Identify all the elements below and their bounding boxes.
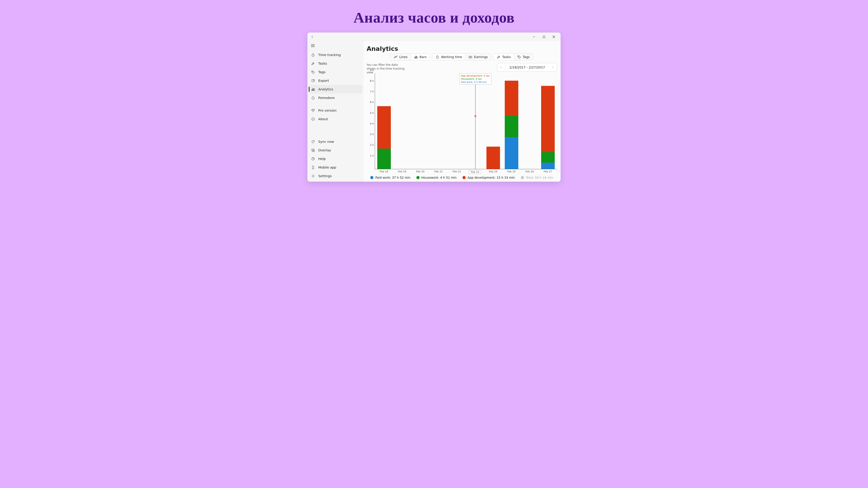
sidebar-item-time-tracking[interactable]: Time tracking: [309, 51, 362, 59]
svg-rect-28: [469, 56, 472, 58]
sidebar-item-overlay[interactable]: Overlay: [309, 146, 362, 155]
chart-column[interactable]: [539, 73, 557, 169]
svg-rect-12: [314, 89, 314, 91]
chart-column[interactable]: App development: 0 secHousework: 0 secPa…: [466, 73, 485, 169]
svg-rect-10: [312, 89, 312, 91]
wrench-icon: [311, 61, 315, 66]
info-icon: [311, 117, 315, 121]
ytick: 9 h: [370, 69, 374, 72]
sidebar-item-label: Settings: [318, 174, 332, 178]
main-panel: Analytics Lines Bars: [364, 41, 561, 182]
sidebar-item-label: Mobile app: [318, 166, 336, 169]
swatch-paid: [370, 176, 373, 179]
chart-yaxis: 1 h2 h3 h4 h5 h6 h7 h8 h9 h: [367, 73, 375, 169]
gear-icon: [311, 174, 315, 178]
svg-rect-16: [313, 150, 314, 152]
chart-column[interactable]: [521, 73, 539, 169]
legend-total[interactable]: Total: 58 h 16 min: [521, 176, 553, 180]
sidebar-item-label: About: [318, 117, 328, 121]
tag-icon: [311, 70, 315, 74]
tag-icon: [518, 55, 521, 59]
stopwatch-icon: [311, 53, 315, 57]
chart-legend: Paid work: 37 h 52 min Housework: 4 h 51…: [367, 174, 557, 180]
view-bars-label: Bars: [420, 55, 427, 59]
group-tasks-button[interactable]: Tasks: [494, 54, 514, 60]
sidebar-item-label: Pomodoro: [318, 96, 335, 100]
sidebar-item-pomodoro[interactable]: Pomodoro: [309, 94, 362, 102]
view-bars-button[interactable]: Bars: [411, 54, 430, 60]
sidebar-item-tasks[interactable]: Tasks: [309, 59, 362, 68]
date-prev-button[interactable]: [497, 63, 505, 71]
sidebar-item-label: Sync now: [318, 140, 334, 143]
mobile-icon: [311, 165, 315, 169]
stacked-bar: [487, 93, 500, 169]
sidebar-item-tags[interactable]: Tags: [309, 68, 362, 76]
chart-column[interactable]: [502, 73, 521, 169]
ytick: 7 h: [370, 90, 374, 93]
stacked-bar: [541, 86, 555, 169]
chart-plot[interactable]: App development: 0 secHousework: 0 secPa…: [375, 73, 557, 169]
sidebar-item-label: Export: [318, 79, 329, 83]
earnings-icon: [469, 55, 472, 59]
stacked-bar: [432, 75, 445, 169]
metric-earnings-button[interactable]: Earnings: [465, 54, 491, 60]
group-tags-button[interactable]: Tags: [514, 54, 533, 60]
view-lines-button[interactable]: Lines: [391, 54, 410, 60]
window-close-button[interactable]: [549, 33, 559, 40]
sidebar-item-pro[interactable]: Pro version: [309, 106, 362, 115]
legend-paid[interactable]: Paid work: 37 h 52 min: [370, 176, 410, 180]
chart-column[interactable]: [448, 73, 466, 169]
sidebar-item-about[interactable]: About: [309, 115, 362, 123]
stacked-bar: [377, 106, 391, 169]
stacked-bar: [505, 80, 518, 169]
svg-point-7: [312, 54, 314, 57]
window-minimize-button[interactable]: [529, 33, 539, 40]
svg-rect-24: [414, 57, 415, 58]
svg-rect-1: [543, 36, 545, 38]
sidebar-item-label: Tasks: [318, 62, 327, 65]
xtick: Feb 20: [411, 169, 430, 174]
date-next-button[interactable]: [549, 63, 557, 71]
ytick: 5 h: [370, 111, 374, 114]
svg-rect-25: [416, 56, 416, 58]
sidebar-item-settings[interactable]: Settings: [309, 172, 362, 180]
view-lines-label: Lines: [399, 55, 407, 59]
metric-working-button[interactable]: Working time: [432, 54, 465, 60]
legend-app[interactable]: App development: 15 h 33 min: [463, 176, 515, 180]
sidebar-item-analytics[interactable]: Analytics: [309, 85, 362, 94]
chart-column[interactable]: [375, 73, 393, 169]
sidebar-item-mobile[interactable]: Mobile app: [309, 163, 362, 172]
window-maximize-button[interactable]: [539, 33, 549, 40]
swatch-total: [521, 176, 524, 179]
chart-column[interactable]: [411, 73, 430, 169]
svg-point-8: [312, 71, 313, 72]
chart-column[interactable]: [484, 73, 502, 169]
sidebar-item-help[interactable]: Help: [309, 155, 362, 163]
sidebar-item-export[interactable]: Export: [309, 76, 362, 85]
hamburger-button[interactable]: [309, 42, 317, 49]
svg-rect-9: [312, 79, 314, 82]
sidebar-item-label: Help: [318, 157, 326, 161]
stacked-bar: [414, 77, 427, 169]
chart-column[interactable]: [393, 73, 412, 169]
xtick: Feb 21: [430, 169, 448, 174]
date-range-picker: 2/18/2017 - 2/27/2017: [497, 63, 557, 72]
sidebar-item-label: Time tracking: [318, 53, 341, 57]
svg-point-30: [518, 56, 519, 57]
bars-icon: [311, 87, 315, 91]
back-button[interactable]: [309, 34, 315, 40]
chart-column[interactable]: [430, 73, 448, 169]
sidebar-item-sync[interactable]: Sync now: [309, 137, 362, 146]
export-icon: [311, 78, 315, 83]
seg-group: Tasks Tags: [493, 54, 533, 60]
xtick: Feb 22: [447, 169, 466, 174]
pomodoro-icon: [311, 96, 315, 100]
seg-view: Lines Bars: [391, 54, 430, 60]
promo-banner: Анализ часов и доходов: [353, 9, 515, 26]
xtick: Feb 18: [375, 169, 393, 174]
legend-house[interactable]: Housework: 4 h 51 min: [416, 176, 457, 180]
page-title: Analytics: [367, 45, 557, 52]
date-range-label[interactable]: 2/18/2017 - 2/27/2017: [505, 63, 549, 71]
stacked-bar: [450, 93, 464, 169]
ytick: 8 h: [370, 79, 374, 82]
